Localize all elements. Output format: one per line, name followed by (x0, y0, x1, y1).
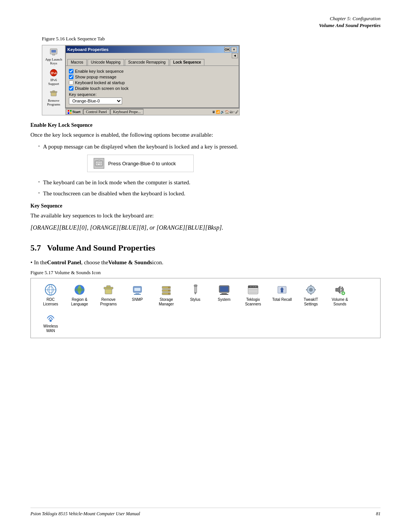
app-launch-icon (48, 47, 59, 58)
bullet-dot: • (30, 258, 32, 267)
section-title: Volume And Sound Properties (30, 22, 381, 29)
windows-logo-icon (68, 110, 72, 114)
region-label: Region &Language (71, 297, 88, 307)
checkbox-keyboard-locked: Keyboard locked at startup (69, 80, 236, 85)
sidebar-remove: RemovePrograms (47, 88, 61, 106)
sidebar-app-launch: App LaunchKeys (45, 47, 62, 65)
intro-middle: , choose the (81, 258, 108, 267)
start-button[interactable]: Start (66, 109, 83, 115)
tab-unicode[interactable]: Unicode Mapping (88, 59, 124, 66)
dialog-titlebar: Keyboard Properties OK × (66, 46, 239, 53)
svg-rect-13 (96, 162, 97, 163)
key-sequence-values: [ORANGE][BLUE][0], [ORANGE][BLUE][8], or… (30, 223, 381, 232)
snmp-label: SNMP (132, 297, 143, 302)
bullet-item-1: - A popup message can be displayed when … (30, 142, 381, 176)
icon-volume-sounds: Volume &Sounds (326, 283, 354, 307)
icon-total-recall: Total Recall (268, 283, 296, 307)
popup-message-text: Press Orange-Blue-0 to unlock (108, 161, 176, 166)
footer-right: 81 (376, 511, 381, 517)
sidebar-ipv6: IPv6 IPv6Support (48, 67, 59, 86)
svg-point-70 (49, 320, 52, 322)
dialog-content: Enable key lock sequence Show popup mess… (66, 66, 239, 107)
popup-keyboard-icon (94, 158, 104, 169)
svg-marker-41 (194, 292, 196, 295)
enable-lock-checkbox[interactable] (69, 69, 73, 73)
svg-rect-44 (220, 286, 228, 292)
remove-label: RemovePrograms (47, 99, 61, 106)
volume-sounds-label: Volume &Sounds (332, 297, 348, 307)
svg-point-37 (168, 287, 170, 288)
tab-macros[interactable]: Macros (67, 59, 87, 66)
stylus-icon (188, 283, 202, 297)
taskbar-control-panel[interactable]: Control Panel (83, 109, 110, 115)
dialog-main: Keyboard Properties OK × ◄ Macros Unicod… (65, 45, 239, 115)
rdc-icon (44, 283, 57, 297)
svg-rect-17 (96, 164, 97, 165)
section-57-title: Volume And Sound Properties (47, 243, 155, 253)
intro-suffix: icon. (152, 258, 164, 267)
region-icon (73, 283, 86, 297)
svg-rect-12 (95, 161, 103, 166)
svg-rect-59 (281, 289, 283, 292)
svg-rect-20 (98, 160, 100, 161)
svg-rect-7 (53, 91, 55, 92)
dropdown-row: Orange-Blue-0 Orange-Blue-8 Orange-Blue-… (69, 97, 236, 104)
bullet-dash-1: - (38, 142, 40, 176)
svg-point-26 (75, 288, 84, 291)
svg-rect-1 (51, 50, 56, 53)
svg-point-38 (168, 290, 170, 291)
svg-rect-16 (100, 162, 102, 163)
taskbar-items: Control Panel Keyboard Prope... (83, 109, 211, 115)
sequence-display: [ORANGE][BLUE][0], [ORANGE][BLUE][8], or… (30, 224, 223, 231)
intro-prefix: In the (34, 258, 47, 267)
screenshot-keyboard-dialog: App LaunchKeys IPv6 IPv6Support (42, 45, 240, 115)
svg-rect-42 (194, 285, 197, 286)
bullet-text-2: The keyboard can be in lock mode when th… (43, 178, 190, 187)
svg-text:IPv6: IPv6 (51, 72, 57, 75)
scanners-label: TeklogixScanners (245, 297, 261, 307)
show-popup-checkbox[interactable] (69, 75, 73, 79)
bullet-item-3: - The touchscreen can be disabled when t… (30, 189, 381, 198)
bullet-text-3: The touchscreen can be disabled when the… (43, 189, 185, 198)
keyboard-locked-label: Keyboard locked at startup (75, 80, 125, 85)
volume-icon (333, 283, 347, 297)
storage-icon (159, 283, 173, 297)
svg-rect-18 (97, 164, 100, 165)
svg-marker-66 (336, 286, 340, 294)
svg-rect-33 (134, 294, 141, 295)
close-button[interactable]: × (231, 47, 237, 52)
page-footer: Psion Teklogix 8515 Vehicle-Mount Comput… (30, 508, 381, 517)
icon-region-language: Region &Language (66, 283, 93, 307)
footer-left: Psion Teklogix 8515 Vehicle-Mount Comput… (30, 511, 140, 517)
keyboard-locked-checkbox[interactable] (69, 80, 73, 85)
svg-rect-9 (70, 110, 72, 112)
ok-button[interactable]: OK (224, 47, 230, 52)
ipv6-label: IPv6Support (48, 78, 59, 86)
system-label: System (218, 297, 230, 302)
snmp-icon (131, 283, 144, 297)
bullet-dash-2: - (38, 178, 40, 187)
dialog-title: Keyboard Properties (67, 47, 108, 52)
icons-grid: RDCLicenses Region &Language (37, 283, 374, 333)
scroll-left-btn[interactable]: ◄ (232, 53, 238, 58)
remove-icon (48, 88, 59, 99)
svg-rect-19 (100, 164, 102, 165)
svg-rect-29 (107, 286, 110, 288)
tab-lock-sequence[interactable]: Lock Sequence (170, 59, 204, 66)
taskbar-keyboard-prop[interactable]: Keyboard Prope... (110, 109, 143, 115)
wireless-wan-label: WirelessWAN (43, 324, 58, 333)
key-sequence-dropdown[interactable]: Orange-Blue-0 Orange-Blue-8 Orange-Blue-… (69, 97, 122, 104)
svg-rect-10 (68, 112, 69, 114)
disable-touch-label: Disable touch screen on lock (75, 86, 129, 91)
section-57-heading: 5.7 Volume And Sound Properties (30, 243, 381, 253)
enable-key-lock-heading: Enable Key Lock Sequence (30, 122, 381, 128)
bullet-text-1: A popup message can be displayed when th… (43, 144, 238, 150)
tab-scancode[interactable]: Scancode Remapping (125, 59, 169, 66)
svg-point-61 (309, 288, 313, 292)
disable-touch-checkbox[interactable] (69, 86, 73, 91)
svg-rect-11 (70, 112, 72, 114)
key-sequence-text: The available key sequences to lock the … (30, 211, 381, 220)
start-label: Start (72, 110, 81, 114)
screenshot-sidebar: App LaunchKeys IPv6 IPv6Support (42, 45, 65, 115)
figure-517-caption: Figure 5.17 Volume & Sounds Icon (30, 270, 381, 276)
